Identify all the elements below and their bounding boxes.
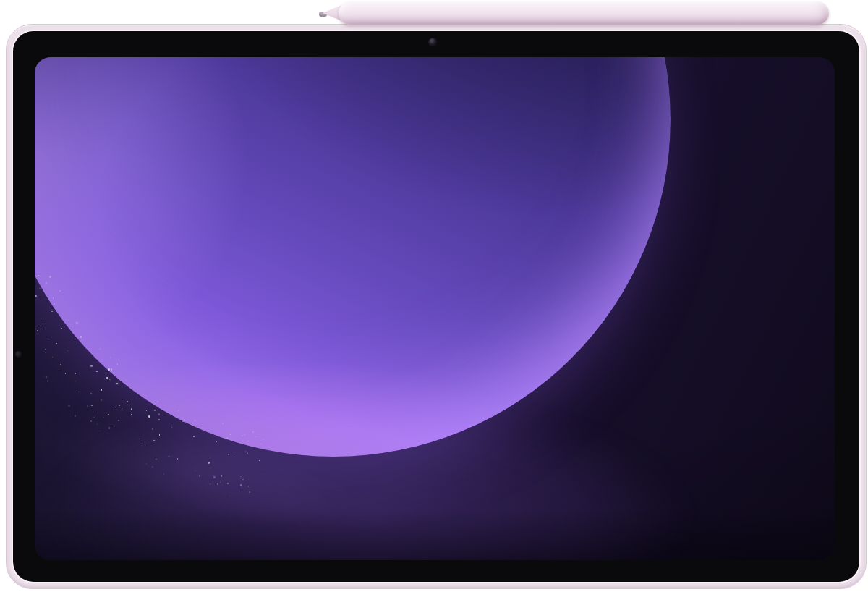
stylus-body <box>339 1 829 25</box>
product-photo-stage <box>0 0 868 592</box>
tablet-bezel <box>13 31 859 582</box>
wallpaper-vignette <box>35 57 835 560</box>
tablet <box>6 24 867 589</box>
stylus <box>0 0 868 29</box>
front-camera <box>429 38 436 46</box>
ambient-light-sensor <box>15 351 22 358</box>
tablet-screen <box>35 57 835 560</box>
